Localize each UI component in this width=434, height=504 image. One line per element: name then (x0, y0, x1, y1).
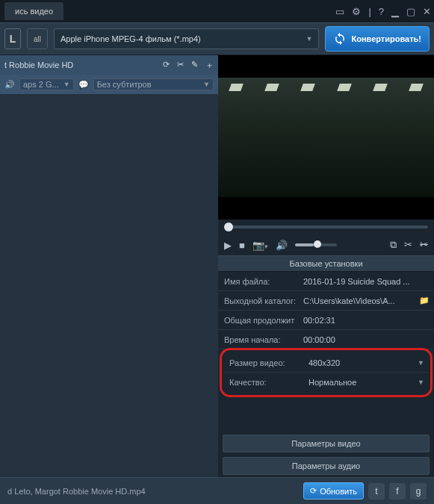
history-icon[interactable]: ▭ (335, 6, 344, 17)
preset-label: Apple iPhone MPEG-4 фильм (*.mp4) (61, 34, 201, 43)
volume-icon[interactable]: 🔊 (276, 240, 288, 251)
start-time-field[interactable]: 00:00:00 (299, 335, 434, 344)
prop-duration: Общая продолжит 00:02:31 (218, 311, 434, 330)
prop-start-time: Время начала: 00:00:00 (218, 330, 434, 349)
chevron-down-icon: ▼ (306, 35, 313, 43)
main-area: t Robbie Movie HD ⟳ ✂ ✎ ＋ 🔊 aps 2 G...▼ … (0, 55, 434, 477)
refresh-small-icon: ⟳ (310, 486, 317, 496)
refresh-item-icon[interactable]: ⟳ (163, 60, 170, 71)
tab-video-record[interactable]: ись видео (4, 2, 63, 20)
list-item-header[interactable]: t Robbie Movie HD ⟳ ✂ ✎ ＋ (0, 55, 218, 75)
audio-icon: 🔊 (4, 80, 15, 90)
prop-quality: Качество: Нормальное▼ (223, 373, 429, 392)
preview-frame (218, 78, 434, 197)
video-preview (218, 55, 434, 220)
audio-dropdown[interactable]: aps 2 G...▼ (19, 78, 74, 90)
titlebar: ись видео ▭ ⚙ | ? ▁ ▢ ✕ (0, 0, 434, 22)
prop-output-dir: Выходной каталог: C:\Users\kate\Videos\A… (218, 291, 434, 311)
statusbar: d Leto, Margot Robbie Movie HD.mp4 ⟳ Обн… (0, 477, 434, 504)
prop-video-size: Размер видео: 480x320▼ (223, 353, 429, 373)
playback-controls: ▶ ■ 📷▾ 🔊 ⧉ ✂ ✂ (218, 234, 434, 255)
facebook-icon[interactable]: f (389, 483, 406, 500)
subtitle-dropdown[interactable]: Без субтитров▼ (93, 78, 214, 90)
google-icon[interactable]: g (410, 483, 427, 500)
preset-icon[interactable]: all (27, 28, 48, 49)
settings-header: Базовые установки (218, 255, 434, 272)
settings-icon[interactable]: ⚙ (352, 6, 361, 17)
preset-dropdown[interactable]: Apple iPhone MPEG-4 фильм (*.mp4) ▼ (54, 28, 319, 49)
detach-icon[interactable]: ⧉ (390, 239, 397, 251)
highlighted-settings: Размер видео: 480x320▼ Качество: Нормаль… (220, 348, 433, 397)
file-list-panel: t Robbie Movie HD ⟳ ✂ ✎ ＋ 🔊 aps 2 G...▼ … (0, 55, 218, 477)
convert-button[interactable]: Конвертировать! (325, 26, 430, 52)
minimize-icon[interactable]: ▁ (391, 6, 399, 17)
seek-thumb[interactable] (224, 223, 233, 231)
play-icon[interactable]: ▶ (224, 240, 232, 251)
convert-label: Конвертировать! (351, 34, 421, 43)
toolbar: L all Apple iPhone MPEG-4 фильм (*.mp4) … (0, 22, 434, 55)
output-dir-field[interactable]: C:\Users\kate\Videos\A... 📁 (299, 296, 434, 305)
no-trim-icon[interactable]: ✂ (420, 239, 428, 251)
video-params-button[interactable]: Параметры видео (223, 435, 430, 452)
list-item-tracks: 🔊 aps 2 G...▼ 💬 Без субтитров▼ (0, 75, 218, 94)
divider: | (368, 6, 371, 17)
stop-icon[interactable]: ■ (239, 240, 245, 251)
quality-dropdown[interactable]: Нормальное▼ (304, 378, 429, 387)
edit-item-icon[interactable]: ✎ (191, 60, 198, 71)
seek-bar[interactable] (218, 220, 434, 234)
twitter-icon[interactable]: t (368, 483, 385, 500)
snapshot-icon[interactable]: 📷▾ (252, 240, 268, 251)
audio-params-button[interactable]: Параметры аудио (223, 457, 430, 475)
refresh-button[interactable]: ⟳ Обновить (303, 482, 364, 500)
preview-settings-panel: ▶ ■ 📷▾ 🔊 ⧉ ✂ ✂ Базовые установки Имя фай… (218, 55, 434, 477)
video-size-dropdown[interactable]: 480x320▼ (304, 358, 429, 367)
add-item-icon[interactable]: ＋ (205, 60, 214, 71)
browse-folder-icon[interactable]: 📁 (419, 296, 430, 305)
trim-icon[interactable]: ✂ (404, 239, 412, 251)
subtitle-icon: 💬 (78, 80, 89, 90)
refresh-icon (333, 32, 347, 46)
help-icon[interactable]: ? (379, 6, 384, 17)
item-title: t Robbie Movie HD (4, 60, 73, 69)
mode-button[interactable]: L (4, 28, 21, 49)
prop-filename: Имя файла: 2016-01-19 Suicide Squad ... (218, 272, 434, 291)
volume-slider[interactable] (295, 243, 337, 246)
filename-field[interactable]: 2016-01-19 Suicide Squad ... (299, 277, 434, 286)
status-filename: d Leto, Margot Robbie Movie HD.mp4 (7, 487, 146, 496)
maximize-icon[interactable]: ▢ (406, 6, 415, 17)
close-icon[interactable]: ✕ (423, 6, 431, 17)
cut-item-icon[interactable]: ✂ (177, 60, 184, 71)
